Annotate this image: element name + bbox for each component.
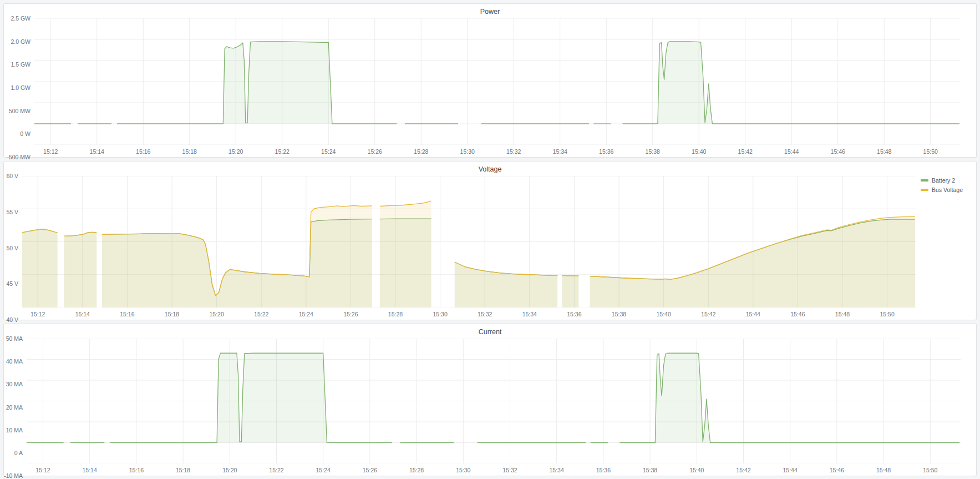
plot-area[interactable]	[34, 18, 961, 145]
legend-swatch-icon	[921, 189, 928, 191]
x-tick-label: 15:16	[120, 311, 134, 317]
x-tick-label: 15:24	[321, 148, 336, 155]
chart-svg	[22, 176, 916, 307]
x-tick-label: 15:36	[596, 467, 611, 473]
x-tick-label: 15:48	[835, 311, 850, 317]
x-axis-labels: 15:1215:1415:1615:1815:2015:2215:2415:26…	[34, 145, 961, 157]
y-tick-label: -500 MW	[7, 154, 31, 160]
y-tick-label: 0 W	[20, 130, 31, 137]
plot-area[interactable]	[27, 339, 961, 463]
legend: Battery 2Bus Voltage	[916, 176, 961, 320]
x-tick-label: 15:20	[229, 148, 243, 155]
y-tick-label: 50 MA	[6, 335, 23, 342]
x-tick-label: 15:40	[692, 148, 706, 155]
x-tick-label: 15:40	[689, 467, 704, 473]
y-axis-labels: 60 V55 V50 V45 V40 V	[4, 176, 22, 320]
x-tick-label: 15:38	[612, 311, 626, 317]
chart-body: 2.5 GW2.0 GW1.5 GW1.0 GW500 MW0 W-500 MW…	[4, 18, 976, 157]
chart-body: 50 MA40 MA30 MA20 MA10 MA0 A-10 MA 15:12…	[4, 339, 976, 476]
x-tick-label: 15:38	[643, 467, 657, 473]
series-area-bus-voltage	[455, 262, 557, 307]
chart-svg	[27, 339, 961, 463]
x-tick-label: 15:20	[222, 467, 237, 473]
x-tick-label: 15:48	[876, 467, 891, 473]
x-tick-label: 15:36	[567, 311, 581, 317]
x-tick-label: 15:16	[129, 467, 144, 473]
y-tick-label: 1.5 GW	[11, 61, 31, 68]
x-tick-label: 15:30	[433, 311, 447, 317]
panel-voltage: Voltage 60 V55 V50 V45 V40 V 15:1215:141…	[3, 161, 977, 320]
y-tick-label: 60 V	[6, 173, 18, 179]
y-tick-label: -10 MA	[4, 472, 23, 479]
legend-label: Battery 2	[932, 177, 955, 184]
legend-item-bus-voltage[interactable]: Bus Voltage	[921, 186, 961, 193]
y-tick-label: 10 MA	[6, 427, 23, 433]
x-tick-label: 15:36	[599, 148, 613, 155]
x-tick-label: 15:14	[83, 467, 97, 473]
x-tick-label: 15:30	[456, 467, 470, 473]
panel-title: Current	[4, 324, 976, 339]
y-tick-label: 30 MA	[6, 381, 23, 387]
x-tick-label: 15:28	[409, 467, 424, 473]
y-tick-label: 0 A	[14, 450, 23, 456]
x-tick-label: 15:14	[75, 311, 90, 317]
x-tick-label: 15:46	[831, 148, 845, 155]
x-tick-label: 15:24	[316, 467, 331, 473]
chart-main: 15:1215:1415:1615:1815:2015:2215:2415:26…	[22, 176, 916, 320]
x-tick-label: 15:42	[736, 467, 750, 473]
x-tick-label: 15:42	[738, 148, 753, 155]
y-tick-label: 2.0 GW	[11, 38, 31, 45]
x-tick-label: 15:22	[254, 311, 268, 317]
dashboard: Power 2.5 GW2.0 GW1.5 GW1.0 GW500 MW0 W-…	[0, 0, 980, 479]
x-tick-label: 15:42	[701, 311, 715, 317]
x-tick-label: 15:26	[368, 148, 382, 155]
x-axis-labels: 15:1215:1415:1615:1815:2015:2215:2415:26…	[22, 307, 916, 320]
x-tick-label: 15:26	[363, 467, 377, 473]
x-tick-label: 15:48	[877, 148, 891, 155]
series-area-current	[110, 353, 392, 442]
panel-title: Power	[4, 4, 976, 18]
x-tick-label: 15:12	[31, 311, 45, 317]
series-area-bus-voltage	[590, 216, 915, 307]
y-tick-label: 2.5 GW	[11, 15, 31, 22]
y-tick-label: 20 MA	[6, 404, 23, 411]
x-tick-label: 15:30	[460, 148, 475, 155]
panel-power: Power 2.5 GW2.0 GW1.5 GW1.0 GW500 MW0 W-…	[3, 3, 977, 158]
x-tick-label: 15:44	[783, 467, 798, 473]
x-tick-label: 15:46	[790, 311, 805, 317]
x-tick-label: 15:12	[35, 467, 50, 473]
y-tick-label: 45 V	[6, 280, 18, 287]
x-tick-label: 15:34	[550, 467, 564, 473]
y-tick-label: 40 MA	[6, 358, 23, 365]
x-tick-label: 15:32	[502, 467, 517, 473]
series-area-bus-voltage	[562, 276, 578, 307]
x-tick-label: 15:44	[746, 311, 760, 317]
series-area-power	[622, 42, 959, 124]
x-tick-label: 15:24	[299, 311, 313, 317]
y-tick-label: 50 V	[6, 245, 18, 251]
series-area-current	[620, 353, 959, 442]
x-tick-label: 15:34	[522, 311, 537, 317]
x-tick-label: 15:16	[136, 148, 150, 155]
x-tick-label: 15:26	[343, 311, 358, 317]
x-tick-label: 15:12	[43, 148, 58, 155]
series-area-bus-voltage	[64, 232, 97, 307]
series-area-bus-voltage	[22, 229, 58, 307]
x-tick-label: 15:18	[176, 467, 190, 473]
y-tick-label: 500 MW	[9, 108, 31, 114]
x-tick-label: 15:50	[923, 467, 937, 473]
x-tick-label: 15:18	[182, 148, 197, 155]
x-tick-label: 15:28	[414, 148, 428, 155]
x-tick-label: 15:22	[269, 467, 283, 473]
plot-area[interactable]	[22, 176, 916, 307]
x-tick-label: 15:34	[553, 148, 567, 155]
legend-item-battery-2[interactable]: Battery 2	[921, 177, 961, 184]
chart-main: 15:1215:1415:1615:1815:2015:2215:2415:26…	[34, 18, 961, 157]
x-tick-label: 15:32	[478, 311, 492, 317]
y-axis-labels: 50 MA40 MA30 MA20 MA10 MA0 A-10 MA	[4, 339, 27, 476]
x-tick-label: 15:44	[784, 148, 799, 155]
y-axis-labels: 2.5 GW2.0 GW1.5 GW1.0 GW500 MW0 W-500 MW	[4, 18, 34, 157]
x-axis-labels: 15:1215:1415:1615:1815:2015:2215:2415:26…	[27, 463, 961, 476]
x-tick-label: 15:50	[880, 311, 894, 317]
legend-label: Bus Voltage	[932, 186, 963, 193]
